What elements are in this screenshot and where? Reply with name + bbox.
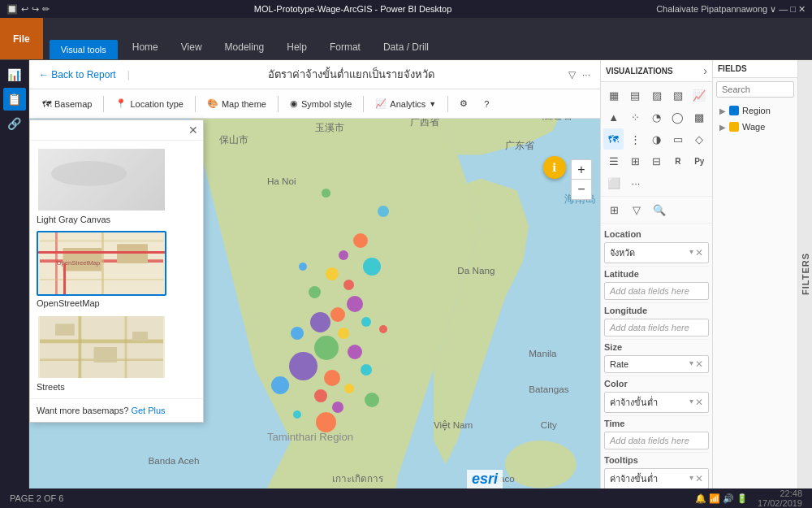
viz-matrix[interactable]: ⊟ bbox=[646, 150, 667, 172]
view-tab[interactable]: View bbox=[170, 37, 214, 59]
viz-stacked-column[interactable]: ▨ bbox=[646, 85, 667, 106]
report-icon[interactable]: 📊 bbox=[3, 63, 26, 86]
redo-icon[interactable]: ↪ bbox=[32, 4, 39, 15]
help-button[interactable]: ? bbox=[477, 96, 495, 112]
viz-python[interactable]: Py bbox=[689, 150, 710, 172]
model-icon[interactable]: 🔗 bbox=[3, 112, 26, 135]
basemap-button[interactable]: 🗺 Basemap bbox=[36, 96, 98, 112]
modeling-tab[interactable]: Modeling bbox=[214, 37, 276, 59]
viz-expand-icon[interactable]: › bbox=[703, 64, 707, 77]
time-field-box[interactable]: Add data fields here bbox=[604, 432, 709, 449]
data-drill-tab[interactable]: Data / Drill bbox=[372, 37, 440, 59]
basemap-item-streets[interactable]: Streets bbox=[37, 315, 197, 392]
window-title: MOL-Prototype-Wage-ArcGIS - Power BI Des… bbox=[254, 4, 452, 14]
fields-search-input[interactable] bbox=[716, 81, 794, 98]
tooltips-remove-icon[interactable]: ✕ bbox=[695, 473, 703, 484]
panel-table-icon[interactable]: ⊞ bbox=[603, 199, 624, 220]
info-button[interactable]: ℹ bbox=[543, 156, 566, 179]
analytics-dropdown-icon: ▼ bbox=[429, 100, 436, 108]
field-group-region: ▶ Region bbox=[719, 104, 791, 117]
get-plus-link[interactable]: Get Plus bbox=[131, 406, 165, 415]
right-panels: VISUALIZATIONS › ▦ ▤ ▨ ▧ 📈 ▲ ⁘ ◔ ◯ ▩ bbox=[600, 60, 812, 488]
svg-text:เกาะเกิดการ: เกาะเกิดการ bbox=[332, 473, 383, 484]
more-icon[interactable]: ··· bbox=[582, 69, 590, 80]
viz-pie[interactable]: ◔ bbox=[646, 106, 667, 128]
data-icon[interactable]: 📋 bbox=[3, 88, 26, 111]
zoom-in-button[interactable]: + bbox=[572, 160, 591, 180]
viz-scatter[interactable]: ⁘ bbox=[624, 106, 645, 128]
viz-stacked-bar[interactable]: ▦ bbox=[603, 85, 624, 106]
analytics-button[interactable]: 📈 Analytics ▼ bbox=[369, 95, 443, 112]
viz-row-4: ☰ ⊞ ⊟ R Py bbox=[603, 150, 710, 172]
field-group-wage: ▶ Wage bbox=[719, 120, 791, 133]
svg-rect-15 bbox=[94, 347, 118, 363]
viz-donut[interactable]: ◯ bbox=[667, 106, 688, 128]
home-tab[interactable]: Home bbox=[121, 37, 170, 59]
help-tab[interactable]: Help bbox=[275, 37, 318, 59]
toolbar-divider-1 bbox=[103, 96, 104, 112]
panel-filter-icon[interactable]: ▽ bbox=[626, 199, 647, 220]
viz-kpi[interactable]: ◇ bbox=[689, 128, 710, 150]
color-dropdown-icon[interactable]: ▾ bbox=[689, 397, 693, 408]
location-field-box[interactable]: จังหวัด ▾ ✕ bbox=[604, 242, 709, 263]
basemap-panel: ✕ Light Gray Canvas bbox=[29, 119, 204, 423]
filter-icon[interactable]: ▽ bbox=[568, 69, 576, 80]
viz-custom[interactable]: ⬜ bbox=[603, 172, 624, 193]
viz-treemap[interactable]: ▩ bbox=[689, 106, 710, 128]
visual-tools-tab[interactable]: Visual tools bbox=[50, 40, 118, 59]
viz-more[interactable]: ··· bbox=[625, 172, 646, 193]
viz-r-visual[interactable]: R bbox=[667, 150, 688, 172]
back-button[interactable]: ← Back to Report bbox=[39, 69, 116, 80]
report-header: ← Back to Report | อัตราค่าจ้างขั้นต่ำแย… bbox=[29, 60, 600, 89]
icon-bar: 📊 📋 🔗 bbox=[0, 60, 29, 488]
color-remove-icon[interactable]: ✕ bbox=[695, 397, 703, 408]
zoom-out-button[interactable]: − bbox=[572, 180, 591, 199]
color-field-box[interactable]: ค่าจ้างขั้นต่ำ ▾ ✕ bbox=[604, 392, 709, 413]
wage-label: Wage bbox=[742, 122, 765, 132]
viz-clustered-bar[interactable]: ▤ bbox=[624, 85, 645, 106]
app-icon: 🔲 bbox=[6, 4, 18, 15]
latitude-field-box[interactable]: Add data fields here bbox=[604, 282, 709, 300]
map-theme-button[interactable]: 🎨 Map theme bbox=[201, 95, 273, 112]
size-dropdown-icon[interactable]: ▾ bbox=[689, 358, 693, 370]
panel-format-icon[interactable]: 🔍 bbox=[649, 199, 670, 220]
svg-rect-12 bbox=[125, 316, 127, 378]
location-type-button[interactable]: 📍 Location type bbox=[109, 95, 189, 112]
basemap-item-gray[interactable]: Light Gray Canvas bbox=[37, 147, 197, 224]
window-controls[interactable]: Chalaivate Pipatpannawong ∨ — □ ✕ bbox=[656, 4, 806, 15]
svg-rect-16 bbox=[132, 332, 148, 341]
page-indicator: PAGE 2 OF 6 bbox=[10, 493, 63, 503]
location-dropdown-icon[interactable]: ▾ bbox=[689, 247, 693, 258]
gear-button[interactable]: ⚙ bbox=[453, 95, 474, 112]
location-remove-icon[interactable]: ✕ bbox=[695, 247, 703, 258]
basemap-item-osm[interactable]: OpenStreetMap OpenStreetMap bbox=[37, 231, 197, 308]
viz-card[interactable]: ▭ bbox=[667, 128, 688, 150]
basemap-thumb-osm: OpenStreetMap bbox=[37, 231, 166, 296]
viz-table[interactable]: ⊞ bbox=[624, 150, 645, 172]
format-tab[interactable]: Format bbox=[318, 37, 372, 59]
size-field-actions: ▾ ✕ bbox=[689, 358, 703, 370]
field-group-wage-header[interactable]: ▶ Wage bbox=[719, 120, 791, 133]
tooltips-dropdown-icon[interactable]: ▾ bbox=[689, 473, 693, 484]
undo-icon[interactable]: ↩ bbox=[21, 4, 28, 15]
tooltips-field-box[interactable]: ค่าจ้างขั้นต่ำ ▾ ✕ bbox=[604, 468, 709, 488]
size-remove-icon[interactable]: ✕ bbox=[695, 358, 703, 370]
viz-gauge[interactable]: ◑ bbox=[646, 128, 667, 150]
viz-map[interactable]: 🗺 bbox=[603, 128, 624, 150]
basemap-footer: Want more basemaps? Get Plus bbox=[30, 398, 203, 422]
symbol-style-button[interactable]: ◉ Symbol style bbox=[283, 95, 358, 112]
fields-header-bar: FIELDS bbox=[713, 60, 797, 78]
size-field-box[interactable]: Rate ▾ ✕ bbox=[604, 355, 709, 373]
file-tab[interactable]: File bbox=[0, 18, 43, 59]
longitude-field-box[interactable]: Add data fields here bbox=[604, 319, 709, 336]
basemap-label-osm: OpenStreetMap bbox=[37, 298, 197, 308]
viz-area[interactable]: ▲ bbox=[603, 106, 624, 128]
viz-funnel[interactable]: ⋮ bbox=[624, 128, 645, 150]
basemap-close-icon[interactable]: ✕ bbox=[188, 124, 198, 137]
viz-clustered-column[interactable]: ▧ bbox=[667, 85, 688, 106]
status-bar: PAGE 2 OF 6 🔔 📶 🔊 🔋 22:48 17/02/2019 bbox=[0, 488, 812, 508]
field-group-region-header[interactable]: ▶ Region bbox=[719, 104, 791, 117]
viz-line[interactable]: 📈 bbox=[689, 85, 710, 106]
viz-slicer[interactable]: ☰ bbox=[603, 150, 624, 172]
status-left: PAGE 2 OF 6 bbox=[10, 493, 63, 503]
